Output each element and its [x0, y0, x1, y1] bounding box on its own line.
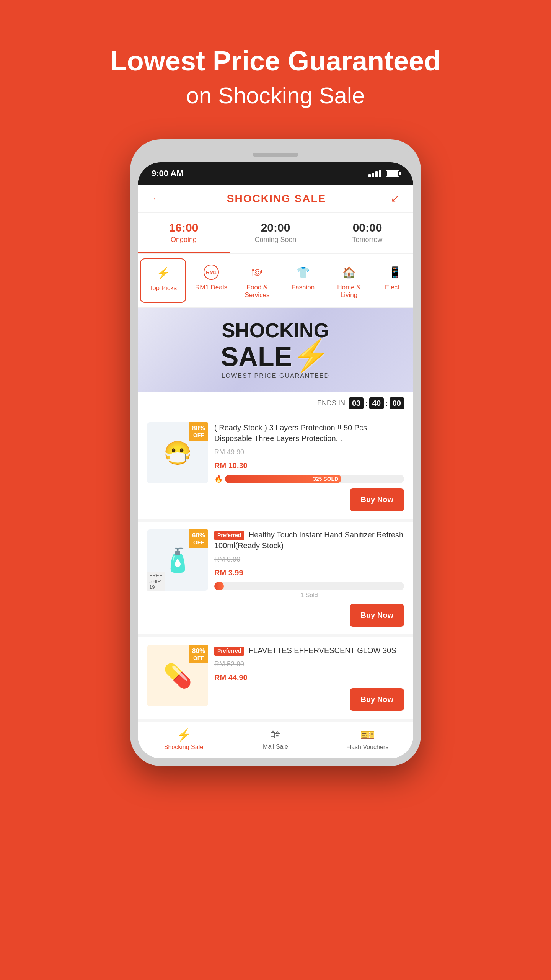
phone-screen: 9:00 AM ← SHOCKING SALE ⤢ 16:0	[138, 162, 413, 758]
preferred-badge-2: Preferred	[214, 531, 244, 540]
cat-label-fashion: Fashion	[292, 284, 315, 291]
cat-label-food: Food &Services	[245, 284, 269, 299]
phone-frame: 9:00 AM ← SHOCKING SALE ⤢ 16:0	[130, 139, 421, 766]
status-time: 9:00 AM	[152, 168, 184, 178]
original-price-1: RM 49.90	[214, 448, 404, 456]
sold-count-1: 325 SOLD	[313, 476, 338, 482]
bottom-nav-mall-sale[interactable]: 🛍 Mall Sale	[230, 728, 321, 751]
product-list: 😷 80% OFF ( Ready Stock ) 3 Layers Prote…	[138, 415, 413, 722]
hero-line2: on Shocking Sale	[110, 82, 441, 109]
countdown-minutes: 40	[369, 397, 384, 409]
flame-icon-1: 🔥	[214, 475, 223, 483]
share-button[interactable]: ⤢	[391, 192, 399, 205]
status-right	[368, 170, 399, 177]
shocking-sale-label: Shocking Sale	[164, 744, 203, 751]
time-tab-time-3: 00:00	[325, 221, 409, 234]
banner-content: SHOCKING SALE⚡ LOWEST PRICE GUARANTEED	[221, 320, 331, 379]
flash-vouchers-label: Flash Vouchers	[346, 744, 388, 751]
discount-badge-3: 80% OFF	[189, 645, 208, 663]
flash-vouchers-icon: 🎫	[360, 728, 375, 742]
time-tab-ongoing[interactable]: 16:00 Ongoing	[138, 213, 230, 253]
progress-bar-2	[214, 582, 404, 590]
mall-sale-label: Mall Sale	[263, 743, 288, 750]
sanitizer-icon: 🧴	[163, 547, 192, 574]
page-title: SHOCKING SALE	[227, 193, 326, 205]
countdown-seconds: 00	[390, 397, 404, 409]
bottom-nav-flash-vouchers[interactable]: 🎫 Flash Vouchers	[321, 728, 413, 751]
cat-tab-fashion[interactable]: 👕 Fashion	[280, 258, 326, 303]
phone-notch	[138, 147, 413, 162]
banner-sale: SALE⚡	[221, 340, 331, 371]
cat-tab-rm1[interactable]: RM1 RM1 Deals	[188, 258, 234, 303]
banner-subtitle: LOWEST PRICE GUARANTEED	[221, 372, 331, 379]
signal-icon	[368, 170, 381, 177]
top-nav: ← SHOCKING SALE ⤢	[138, 185, 413, 213]
status-bar: 9:00 AM	[138, 162, 413, 185]
product-name-3: Preferred FLAVETTES EFFERVESCENT GLOW 30…	[214, 645, 404, 656]
sale-price-3: RM 44.90	[214, 670, 404, 683]
buy-now-button-1[interactable]: Buy Now	[350, 488, 404, 511]
time-tab-tomorrow[interactable]: 00:00 Tomorrow	[321, 213, 413, 253]
sold-count-2: 1 Sold	[214, 592, 404, 599]
hero-line1: Lowest Price Guaranteed	[110, 46, 441, 76]
original-price-3: RM 52.90	[214, 660, 404, 668]
cat-label-electronics: Elect...	[385, 284, 405, 291]
rm1-icon: RM1	[201, 262, 221, 282]
cat-tab-electronics[interactable]: 📱 Elect...	[372, 258, 413, 303]
product-name-2: Preferred Healthy Touch Instant Hand San…	[214, 529, 404, 551]
progress-bar-1: 325 SOLD	[225, 475, 404, 483]
product-name-1: ( Ready Stock ) 3 Layers Protection !! 5…	[214, 422, 404, 444]
time-tabs: 16:00 Ongoing 20:00 Coming Soon 00:00 To…	[138, 213, 413, 254]
countdown-sep-1: :	[365, 399, 368, 408]
cat-label-rm1: RM1 Deals	[195, 284, 227, 291]
product-item-1: 😷 80% OFF ( Ready Stock ) 3 Layers Prote…	[138, 415, 413, 522]
time-tab-label-1: Ongoing	[142, 236, 226, 244]
home-icon: 🏠	[339, 262, 359, 282]
countdown-hours: 03	[349, 397, 364, 409]
cat-label-home: Home &Living	[337, 284, 360, 299]
bottom-nav-shocking-sale[interactable]: ⚡ Shocking Sale	[138, 728, 230, 751]
banner-title: SHOCKING SALE⚡	[221, 320, 331, 371]
time-tab-label-2: Coming Soon	[233, 236, 318, 244]
notch-bar	[253, 153, 298, 157]
food-icon: 🍽	[247, 262, 267, 282]
category-tabs: ⚡ Top Picks RM1 RM1 Deals 🍽 Food &Servic…	[138, 254, 413, 308]
ends-in-label: ENDS IN	[317, 399, 345, 407]
product-footer-2	[214, 582, 404, 590]
buy-now-button-3[interactable]: Buy Now	[350, 688, 404, 711]
mall-sale-icon: 🛍	[270, 728, 281, 741]
product-footer-1: 🔥 325 SOLD	[214, 475, 404, 483]
fashion-icon: 👕	[293, 262, 313, 282]
cat-tab-food[interactable]: 🍽 Food &Services	[234, 258, 280, 303]
time-tab-time-1: 16:00	[142, 221, 226, 234]
bottom-nav: ⚡ Shocking Sale 🛍 Mall Sale 🎫 Flash Vouc…	[138, 722, 413, 758]
sale-banner: SHOCKING SALE⚡ LOWEST PRICE GUARANTEED	[138, 308, 413, 392]
battery-icon	[386, 170, 399, 177]
product-image-1: 😷 80% OFF	[147, 422, 208, 483]
electronics-icon: 📱	[385, 262, 405, 282]
product-image-3: 💊 80% OFF	[147, 645, 208, 706]
vitamins-icon: 💊	[163, 662, 192, 689]
original-price-2: RM 9.90	[214, 555, 404, 564]
product-item-3: 💊 80% OFF Preferred FLAVETTES EFFERVESCE…	[138, 637, 413, 722]
hero-section: Lowest Price Guaranteed on Shocking Sale	[110, 0, 441, 139]
sale-price-1: RM 10.30	[214, 458, 404, 471]
shocking-sale-icon: ⚡	[177, 728, 191, 742]
banner-lightning: ⚡	[292, 338, 330, 372]
mask-icon: 😷	[163, 439, 192, 467]
cat-tab-top-picks[interactable]: ⚡ Top Picks	[140, 258, 186, 303]
discount-badge-1: 80% OFF	[189, 422, 208, 441]
countdown-bar: ENDS IN 03 : 40 : 00	[138, 392, 413, 415]
product-image-2: 🧴 60% OFF FREESHIP19	[147, 529, 208, 591]
time-tab-time-2: 20:00	[233, 221, 318, 234]
discount-badge-2: 60% OFF	[189, 529, 208, 548]
free-ship-badge-2: FREESHIP19	[147, 572, 165, 591]
preferred-badge-3: Preferred	[214, 647, 244, 656]
back-button[interactable]: ←	[152, 193, 162, 205]
buy-now-button-2[interactable]: Buy Now	[350, 604, 404, 627]
time-tab-coming-soon[interactable]: 20:00 Coming Soon	[230, 213, 321, 253]
cat-tab-home[interactable]: 🏠 Home &Living	[326, 258, 372, 303]
product-item-2: 🧴 60% OFF FREESHIP19 Preferred Healthy T…	[138, 522, 413, 637]
countdown-timer: 03 : 40 : 00	[349, 397, 404, 409]
sale-price-2: RM 3.99	[214, 565, 404, 578]
